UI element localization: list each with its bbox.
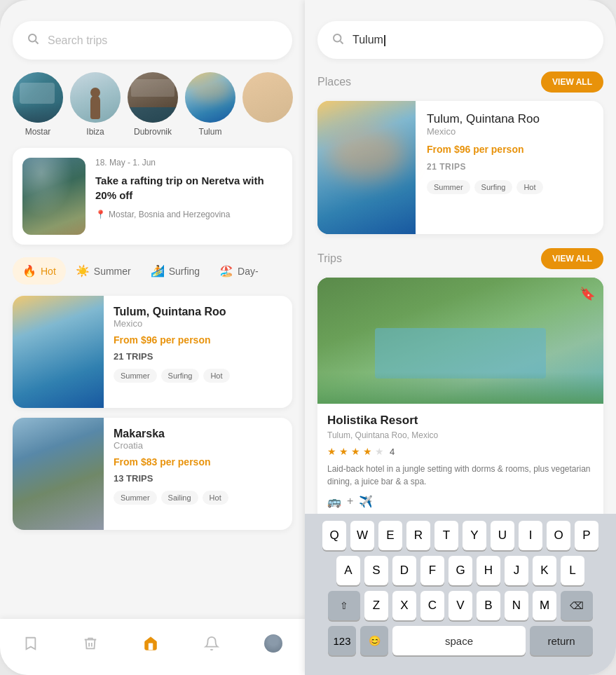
trip-card-tulum[interactable]: Tulum, Quintana Roo Mexico From $96 per … [13,296,292,408]
phone-left: Search trips Mostar Ibiza [0,0,305,675]
trip-count-makarska: 13 TRIPS [114,473,282,484]
key-a[interactable]: A [336,556,360,585]
tag-surfing-p: Surfing [474,180,513,194]
dest-more[interactable] [242,72,293,137]
bookmark-icon[interactable]: 🔖 [580,286,595,301]
key-delete[interactable]: ⌫ [561,591,593,620]
hotel-card-holistika[interactable]: 🔖 Holistika Resort Tulum, Quintana Roo, … [317,278,603,525]
key-i[interactable]: I [519,521,542,550]
promo-location: 📍 Mostar, Bosnia and Herzegovina [95,210,282,219]
trip-image-makarska [13,418,104,530]
places-view-all-button[interactable]: VIEW ALL [541,71,603,93]
dest-mostar[interactable]: Mostar [13,72,63,137]
key-k[interactable]: K [533,556,556,585]
key-emoji[interactable]: 😊 [360,626,388,655]
keyboard: Q W E R T Y U I O P A S D F G H J K L ⇧ … [305,514,616,675]
trip-info-makarska: Makarska Croatia From $83 per person 13 … [104,418,292,530]
plus-icon: + [347,495,353,508]
place-tags-tulum: Summer Surfing Hot [427,180,592,194]
place-trips-tulum: 21 TRIPS [427,162,592,172]
trip-card-makarska[interactable]: Makarska Croatia From $83 per person 13 … [13,418,292,530]
promo-image [22,158,85,235]
key-y[interactable]: Y [463,521,486,550]
phone-right: Tulum Places VIEW ALL Tulum, Quintana Ro… [305,0,616,675]
cat-tab-hot[interactable]: 🔥 Hot [13,257,66,285]
star-4: ★ [363,446,372,457]
tag-hot-m: Hot [203,491,228,505]
key-shift[interactable]: ⇧ [328,591,360,620]
key-x[interactable]: X [392,591,416,620]
plane-icon: ✈️ [359,495,373,508]
hotel-rating: ★ ★ ★ ★ ★ 4 [327,446,594,457]
dest-ibiza[interactable]: Ibiza [70,72,121,137]
key-e[interactable]: E [378,521,402,550]
key-l[interactable]: L [561,556,584,585]
cat-tab-summer[interactable]: ☀️ Summer [66,257,141,285]
key-b[interactable]: B [477,591,500,620]
keyboard-row-3: ⇧ Z X C V B N M ⌫ [309,591,612,620]
place-card-tulum[interactable]: Tulum, Quintana Roo Mexico From $96 per … [317,101,603,234]
star-3: ★ [351,446,360,457]
places-section-header: Places VIEW ALL [305,71,616,93]
key-return[interactable]: return [530,626,593,655]
nav-notifications[interactable] [204,636,219,651]
trip-info-tulum: Tulum, Quintana Roo Mexico From $96 per … [104,296,292,408]
category-tabs: 🔥 Hot ☀️ Summer 🏄 Surfing 🏖️ Day- [0,257,305,285]
key-q[interactable]: Q [322,521,346,550]
trips-view-all-button[interactable]: VIEW ALL [541,248,603,269]
key-z[interactable]: Z [364,591,388,620]
place-region: , Quintana Roo [460,112,540,125]
search-value[interactable]: Tulum [353,34,385,46]
key-m[interactable]: M [533,591,556,620]
tag-sailing: Sailing [161,491,198,505]
trip-count-tulum: 21 TRIPS [114,351,282,362]
key-c[interactable]: C [420,591,444,620]
svg-line-1 [36,41,39,44]
cat-tab-surfing[interactable]: 🏄 Surfing [141,257,210,285]
hotel-amenities: 🚌 + ✈️ [327,495,594,508]
destinations-row: Mostar Ibiza Dubrovnik [0,72,305,148]
key-r[interactable]: R [406,521,430,550]
surfing-icon: 🏄 [151,264,165,278]
nav-profile[interactable] [264,634,282,653]
star-1: ★ [327,446,336,457]
key-v[interactable]: V [449,591,472,620]
search-bar-left[interactable]: Search trips [13,21,292,60]
nav-home[interactable] [143,636,158,651]
cat-tab-day[interactable]: 🏖️ Day- [210,257,268,285]
trip-country-tulum: Mexico [114,318,282,329]
key-u[interactable]: U [491,521,514,550]
place-info-tulum: Tulum, Quintana Roo Mexico From $96 per … [416,101,603,234]
trips-section-header: Trips VIEW ALL [305,248,616,269]
key-j[interactable]: J [505,556,528,585]
tag-hot-p: Hot [516,180,542,194]
key-num[interactable]: 123 [328,626,356,655]
trip-price-makarska: From $83 per person [114,456,282,468]
nav-saved[interactable] [22,636,38,651]
key-p[interactable]: P [575,521,598,550]
keyboard-row-1: Q W E R T Y U I O P [309,521,612,550]
svg-point-0 [29,34,36,42]
key-s[interactable]: S [364,556,388,585]
key-n[interactable]: N [505,591,528,620]
key-g[interactable]: G [449,556,472,585]
key-space[interactable]: space [392,626,526,655]
cat-label-summer: Summer [94,266,131,277]
summer-icon: ☀️ [76,264,90,278]
key-h[interactable]: H [477,556,500,585]
place-country-tulum: Mexico [427,126,592,137]
key-d[interactable]: D [392,556,416,585]
tag-summer: Summer [114,369,157,383]
dest-dubrovnik[interactable]: Dubrovnik [128,72,178,137]
promo-card[interactable]: 18. May - 1. Jun Take a rafting trip on … [13,148,292,245]
key-o[interactable]: O [547,521,570,550]
key-t[interactable]: T [434,521,458,550]
search-bar-right[interactable]: Tulum [317,21,603,59]
hot-icon: 🔥 [22,264,36,278]
trip-country-makarska: Croatia [114,440,282,451]
nav-trash[interactable] [83,636,98,651]
key-f[interactable]: F [420,556,444,585]
dest-tulum[interactable]: Tulum [185,72,235,137]
key-w[interactable]: W [350,521,374,550]
tag-summer-p: Summer [427,180,470,194]
